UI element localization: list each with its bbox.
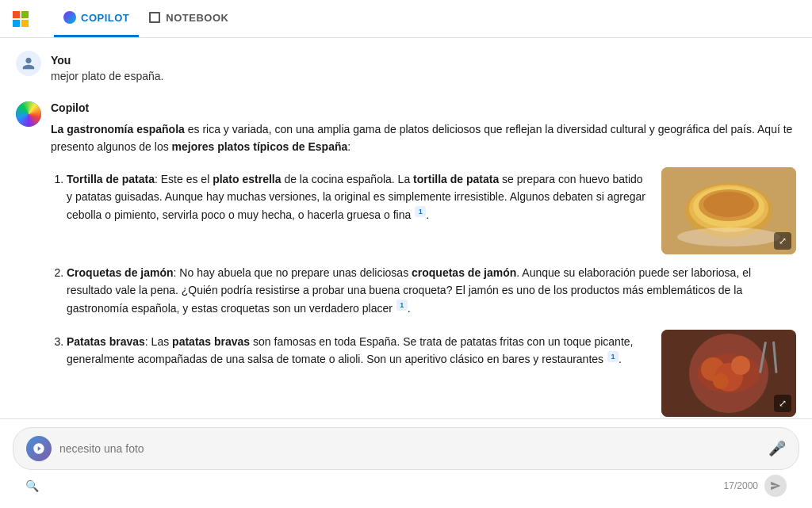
- notebook-tab-icon: [148, 11, 161, 24]
- user-message-text: mejor plato de españa.: [51, 70, 796, 82]
- tab-copilot[interactable]: COPILOT: [54, 0, 139, 37]
- tab-notebook-label: NOTEBOOK: [166, 12, 228, 24]
- food-list-3: Patatas bravas: Las patatas bravas son f…: [51, 333, 649, 369]
- expand-image-1[interactable]: ⤢: [774, 232, 791, 250]
- copilot-name: Copilot: [51, 101, 796, 114]
- citation-1[interactable]: 1: [415, 206, 426, 217]
- svg-point-5: [703, 192, 754, 217]
- food-list-2: Croquetas de jamón: No hay abuela que no…: [51, 264, 796, 317]
- user-message-section: You mejor plato de españa.: [16, 51, 796, 82]
- ms-logo: [13, 11, 29, 27]
- food-image-1: ⤢: [661, 167, 796, 254]
- footer-left: 🔍: [25, 479, 39, 492]
- citation-2[interactable]: 1: [396, 300, 408, 311]
- tab-copilot-label: COPILOT: [81, 12, 129, 24]
- image-input-icon[interactable]: [26, 436, 52, 461]
- copilot-tab-icon: [63, 11, 76, 24]
- expand-image-2[interactable]: ⤢: [774, 395, 791, 412]
- footer-right: 17/2000: [724, 475, 787, 497]
- copilot-intro: La gastronomía española es rica y variad…: [51, 120, 796, 156]
- copilot-section: Copilot La gastronomía española es rica …: [16, 101, 796, 417]
- bottom-area: 🎤 🔍 17/2000: [0, 418, 812, 508]
- svg-point-13: [697, 353, 760, 393]
- copilot-content: Copilot La gastronomía española es rica …: [51, 101, 796, 417]
- copilot-avatar: [16, 101, 41, 127]
- user-name: You: [51, 54, 796, 67]
- send-button[interactable]: [764, 475, 787, 497]
- nav-tabs: COPILOT NOTEBOOK: [54, 0, 238, 37]
- user-content: You mejor plato de españa.: [51, 51, 796, 82]
- main-content: You mejor plato de españa. Copilot La ga…: [0, 38, 812, 418]
- user-avatar: [16, 51, 41, 76]
- list-item: Tortilla de patata: Este es el plato est…: [67, 170, 649, 223]
- list-item: Croquetas de jamón: No hay abuela que no…: [67, 264, 796, 317]
- food-image-2: ⤢: [661, 330, 796, 417]
- svg-point-6: [677, 227, 780, 246]
- food-list: Tortilla de patata: Este es el plato est…: [51, 170, 649, 223]
- character-counter: 17/2000: [724, 480, 758, 491]
- list-item: Patatas bravas: Las patatas bravas son f…: [67, 333, 649, 369]
- mic-icon[interactable]: 🎤: [768, 440, 786, 457]
- citation-3[interactable]: 1: [607, 351, 619, 362]
- chat-input[interactable]: [59, 442, 760, 455]
- footer-bar: 🔍 17/2000: [13, 470, 799, 500]
- tab-notebook[interactable]: NOTEBOOK: [139, 0, 238, 37]
- input-container: 🎤: [13, 427, 799, 470]
- header: COPILOT NOTEBOOK: [0, 0, 812, 38]
- search-icon: 🔍: [25, 479, 39, 492]
